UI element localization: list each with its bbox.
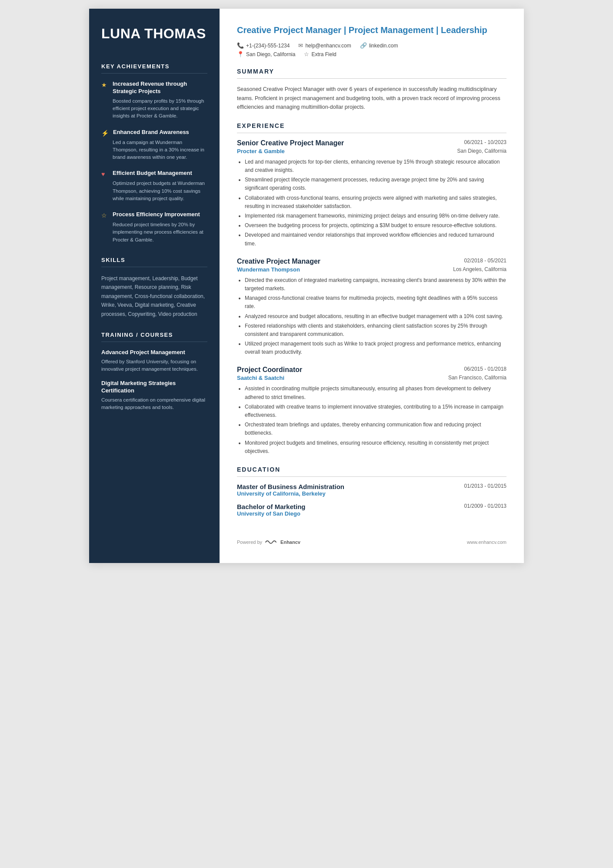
- edu-school-1: University of California, Berkeley: [237, 490, 506, 497]
- contact-row-2: 📍 San Diego, California ☆ Extra Field: [237, 51, 506, 57]
- summary-text: Seasoned Creative Project Manager with o…: [237, 85, 506, 112]
- achievement-title-4: Process Efficiency Improvement: [113, 211, 200, 218]
- footer-website: www.enhancv.com: [467, 540, 506, 545]
- bullet-1-2: Streamlined project lifecycle management…: [245, 176, 506, 192]
- edu-degree-2: Bachelor of Marketing: [237, 503, 306, 510]
- edu-item-1: Master of Business Administration 01/201…: [237, 483, 506, 497]
- bullet-2-2: Managed cross-functional creative teams …: [245, 294, 506, 311]
- contact-email: ✉ help@enhancv.com: [298, 42, 351, 49]
- achievement-desc-4: Reduced project timelines by 20% by impl…: [101, 221, 207, 244]
- sidebar: LUNA THOMAS KEY ACHIEVEMENTS ★ Increased…: [89, 9, 220, 563]
- candidate-name: LUNA THOMAS: [101, 26, 207, 41]
- exp-location-3: San Francisco, California: [448, 375, 506, 381]
- training-desc-1: Offered by Stanford University, focusing…: [101, 358, 207, 373]
- training-1: Advanced Project Management Offered by S…: [101, 349, 207, 373]
- main-content: Creative Project Manager | Project Manag…: [220, 9, 524, 563]
- contact-linkedin: 🔗 linkedin.com: [360, 42, 398, 49]
- exp-dates-2: 02/2018 - 05/2021: [464, 258, 506, 264]
- training-divider: [101, 342, 207, 342]
- enhancv-logo-icon: [265, 539, 278, 546]
- exp-bullets-2: Directed the execution of integrated mar…: [237, 276, 506, 357]
- achievement-title-2: Enhanced Brand Awareness: [113, 129, 189, 136]
- exp-bullets-1: Led and managed projects for top-tier cl…: [237, 158, 506, 248]
- exp-company-2: Wunderman Thompson: [237, 266, 300, 273]
- bullet-2-3: Analyzed resource and budget allocations…: [245, 312, 506, 321]
- bullet-3-4: Monitored project budgets and timelines,…: [245, 439, 506, 456]
- bullet-1-3: Collaborated with cross-functional teams…: [245, 194, 506, 211]
- bullet-3-2: Collaborated with creative teams to impl…: [245, 403, 506, 419]
- brand-name: Enhancv: [280, 540, 300, 545]
- training-2: Digital Marketing Strategies Certificati…: [101, 380, 207, 411]
- exp-title-2: Creative Project Manager: [237, 258, 320, 265]
- exp-item-2: Creative Project Manager 02/2018 - 05/20…: [237, 258, 506, 357]
- experience-section: EXPERIENCE Senior Creative Project Manag…: [237, 122, 506, 456]
- location-icon: 📍: [237, 51, 244, 57]
- training-title-2: Digital Marketing Strategies Certificati…: [101, 380, 207, 395]
- summary-section: SUMMARY Seasoned Creative Project Manage…: [237, 68, 506, 112]
- contact-extra: ☆ Extra Field: [304, 51, 336, 57]
- contact-section: 📞 +1-(234)-555-1234 ✉ help@enhancv.com 🔗…: [237, 42, 506, 57]
- education-title: EDUCATION: [237, 466, 506, 473]
- experience-title: EXPERIENCE: [237, 122, 506, 129]
- email-icon: ✉: [298, 42, 303, 49]
- exp-location-2: Los Angeles, California: [453, 266, 506, 273]
- exp-title-1: Senior Creative Project Manager: [237, 139, 344, 147]
- extra-icon: ☆: [304, 51, 309, 57]
- bullet-3-1: Assisted in coordinating multiple projec…: [245, 385, 506, 401]
- skills-divider: [101, 267, 207, 267]
- bolt-icon: ⚡: [101, 130, 109, 137]
- achievement-desc-2: Led a campaign at Wunderman Thompson, re…: [101, 139, 207, 161]
- page-footer: Powered by Enhancv www.enhancv.com: [237, 534, 506, 546]
- training-title-1: Advanced Project Management: [101, 349, 207, 356]
- achievements-section: KEY ACHIEVEMENTS ★ Increased Revenue thr…: [101, 63, 207, 244]
- education-section: EDUCATION Master of Business Administrat…: [237, 466, 506, 517]
- exp-item-3: Project Coordinator 06/2015 - 01/2018 Sa…: [237, 366, 506, 456]
- training-title: TRAINING / COURSES: [101, 332, 207, 338]
- exp-title-3: Project Coordinator: [237, 366, 302, 374]
- bullet-1-6: Developed and maintained vendor relation…: [245, 231, 506, 248]
- training-section: TRAINING / COURSES Advanced Project Mana…: [101, 332, 207, 412]
- achievement-3: ♥ Efficient Budget Management Optimized …: [101, 170, 207, 202]
- training-desc-2: Coursera certification on comprehensive …: [101, 396, 207, 412]
- main-headline: Creative Project Manager | Project Manag…: [237, 24, 506, 36]
- exp-company-3: Saatchi & Saatchi: [237, 375, 284, 381]
- achievement-desc-3: Optimized project budgets at Wunderman T…: [101, 180, 207, 202]
- footer-left: Powered by Enhancv: [237, 539, 300, 546]
- achievement-title-1: Increased Revenue through Strategic Proj…: [113, 80, 207, 95]
- summary-divider: [237, 78, 506, 79]
- star-icon: ★: [101, 81, 108, 88]
- bullet-1-4: Implemented risk management frameworks, …: [245, 212, 506, 220]
- exp-company-1: Procter & Gamble: [237, 148, 285, 154]
- bullet-1-1: Led and managed projects for top-tier cl…: [245, 158, 506, 174]
- powered-by-label: Powered by: [237, 540, 262, 545]
- achievement-desc-1: Boosted company profits by 15% through e…: [101, 97, 207, 120]
- bullet-3-3: Orchestrated team briefings and updates,…: [245, 421, 506, 437]
- star2-icon: ☆: [101, 212, 108, 219]
- edu-dates-1: 01/2013 - 01/2015: [464, 483, 506, 489]
- achievements-divider: [101, 73, 207, 74]
- resume-container: LUNA THOMAS KEY ACHIEVEMENTS ★ Increased…: [89, 9, 524, 563]
- phone-icon: 📞: [237, 42, 244, 49]
- education-divider: [237, 476, 506, 477]
- skills-section: SKILLS Project management, Leadership, B…: [101, 257, 207, 318]
- exp-dates-3: 06/2015 - 01/2018: [464, 366, 506, 372]
- contact-phone: 📞 +1-(234)-555-1234: [237, 42, 290, 49]
- exp-item-1: Senior Creative Project Manager 06/2021 …: [237, 139, 506, 248]
- achievement-4: ☆ Process Efficiency Improvement Reduced…: [101, 211, 207, 244]
- exp-bullets-3: Assisted in coordinating multiple projec…: [237, 385, 506, 456]
- achievement-2: ⚡ Enhanced Brand Awareness Led a campaig…: [101, 129, 207, 161]
- experience-divider: [237, 133, 506, 133]
- linkedin-icon: 🔗: [360, 42, 367, 49]
- edu-dates-2: 01/2009 - 01/2013: [464, 503, 506, 509]
- summary-title: SUMMARY: [237, 68, 506, 75]
- bullet-2-1: Directed the execution of integrated mar…: [245, 276, 506, 293]
- exp-location-1: San Diego, California: [457, 148, 506, 154]
- contact-location: 📍 San Diego, California: [237, 51, 295, 57]
- bullet-2-5: Utilized project management tools such a…: [245, 340, 506, 356]
- bullet-1-5: Overseen the budgeting process for proje…: [245, 221, 506, 230]
- contact-row-1: 📞 +1-(234)-555-1234 ✉ help@enhancv.com 🔗…: [237, 42, 506, 49]
- edu-item-2: Bachelor of Marketing 01/2009 - 01/2013 …: [237, 503, 506, 517]
- skills-text: Project management, Leadership, Budget m…: [101, 274, 207, 318]
- achievements-title: KEY ACHIEVEMENTS: [101, 63, 207, 70]
- skills-title: SKILLS: [101, 257, 207, 263]
